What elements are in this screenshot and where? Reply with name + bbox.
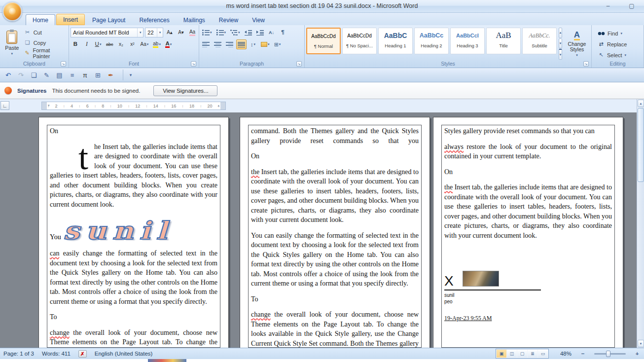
select-button[interactable]: ↖ Select ▾ [596, 50, 641, 60]
wordart-text[interactable]: sunil [63, 220, 173, 242]
tab-home[interactable]: Home [26, 14, 55, 25]
language-indicator[interactable]: English (United States) [95, 351, 153, 357]
line-spacing-button[interactable]: ↕▾ [248, 39, 258, 49]
customize-quick-access-icon[interactable]: ▾ [123, 70, 134, 80]
ruler-scale[interactable]: ▾ ▴ |2|4|6|8|10|12|14|16|18|20| [41, 102, 226, 110]
superscript-button[interactable]: x² [128, 39, 138, 49]
styles-dialog-launcher[interactable]: ↘ [583, 61, 589, 67]
align-center-button[interactable] [213, 39, 223, 49]
word-count[interactable]: Words: 411 [42, 351, 71, 357]
undo-icon[interactable]: ↶ [2, 70, 14, 80]
change-styles-button[interactable]: A Change Styles ▾ [564, 28, 590, 60]
print-layout-view-button[interactable]: ▣ [497, 350, 506, 358]
copy-button[interactable]: ❏ Copy [23, 38, 67, 47]
font-size-combo[interactable]: 22 ▾ [145, 28, 163, 37]
font-color-button[interactable]: A▾ [164, 39, 174, 49]
scroll-up-icon[interactable]: ▲ [638, 100, 644, 107]
vertical-scrollbar[interactable]: ▲ ▼ [637, 99, 644, 348]
zoom-level[interactable]: 48% [557, 351, 572, 357]
change-case-button[interactable]: Aa▾ [139, 39, 150, 49]
page-3-text-area[interactable]: Styles gallery provide reset commands so… [441, 125, 615, 348]
style-subtitle[interactable]: AaBbCc.Subtitle [522, 28, 557, 54]
clipboard-dialog-launcher[interactable]: ↘ [61, 61, 66, 67]
view-signatures-button[interactable]: View Signatures... [153, 85, 217, 96]
multilevel-list-button[interactable]: ▾ [229, 28, 242, 37]
sort-button[interactable]: A↓ [267, 28, 277, 37]
right-indent-marker[interactable]: ▴ [217, 104, 219, 108]
page-2-text-area[interactable]: command. Both the Themes gallery and the… [248, 125, 422, 348]
justify-button[interactable] [236, 39, 247, 49]
style-heading-2[interactable]: AaBbCcHeading 2 [414, 28, 449, 54]
cut-button[interactable]: ✂ Cut [23, 28, 67, 37]
subscript-button[interactable]: x₂ [116, 39, 126, 49]
increase-indent-button[interactable] [255, 28, 265, 37]
equation-icon[interactable]: π [79, 70, 91, 80]
tab-page-layout[interactable]: Page Layout [86, 15, 132, 25]
tab-references[interactable]: References [133, 15, 176, 25]
minimize-button[interactable]: – [603, 1, 613, 10]
font-name-combo[interactable]: Arial Rounded MT Bold ▾ [71, 28, 143, 37]
zoom-out-button[interactable]: − [579, 351, 586, 357]
edit-text-icon[interactable]: ✎ [41, 70, 52, 80]
style-no-spaci[interactable]: AaBbCcDd¶ No Spaci... [342, 28, 377, 54]
ink-signature-icon[interactable]: ✒ [105, 70, 116, 80]
styles-more-icon[interactable]: ▾ [559, 49, 562, 60]
tab-review[interactable]: Review [213, 15, 245, 25]
find-button[interactable]: Find ▾ [596, 29, 641, 38]
new-document-icon[interactable]: ❏ [28, 70, 39, 80]
full-screen-reading-view-button[interactable]: ◫ [507, 350, 517, 358]
show-marks-icon[interactable]: ≡ [67, 70, 78, 80]
office-button[interactable] [2, 1, 22, 21]
scroll-down-icon[interactable]: ▼ [638, 340, 644, 347]
paragraph-dialog-launcher[interactable]: ↘ [296, 61, 302, 67]
bullets-button[interactable]: ▾ [201, 28, 214, 37]
page-3[interactable]: Styles gallery provide reset commands so… [433, 117, 623, 348]
style-heading-1[interactable]: AaBbCHeading 1 [378, 28, 413, 54]
scrollbar-thumb[interactable] [638, 108, 644, 182]
draw-table-icon[interactable]: ⊞ [92, 70, 104, 80]
proofing-error-icon[interactable] [78, 350, 87, 358]
maximize-button[interactable]: ▢ [626, 1, 637, 10]
zoom-slider[interactable] [594, 353, 626, 355]
bold-button[interactable]: B [71, 39, 80, 49]
redo-icon[interactable]: ↷ [15, 70, 27, 80]
strikethrough-button[interactable]: abc [105, 39, 115, 49]
borders-button[interactable]: ⊞▾ [273, 39, 283, 49]
font-dialog-launcher[interactable]: ↘ [191, 61, 196, 67]
style-heading-3[interactable]: AaBbCcIHeading 3 [450, 28, 485, 54]
italic-button[interactable]: I [82, 39, 92, 49]
replace-button[interactable]: ⇄ Replace [596, 39, 641, 49]
web-layout-view-button[interactable]: ▢ [517, 350, 527, 358]
page-1[interactable]: Onthe Insert tab, the galleries include … [38, 117, 229, 348]
page-1-text-area[interactable]: Onthe Insert tab, the galleries include … [47, 125, 220, 348]
underline-button[interactable]: U▾ [93, 39, 103, 49]
shading-button[interactable]: ▾ [259, 39, 271, 49]
styles-scroll-up-icon[interactable]: ▴ [559, 28, 562, 38]
document-area[interactable]: Onthe Insert tab, the galleries include … [0, 112, 637, 348]
tab-mailings[interactable]: Mailings [177, 15, 212, 25]
align-left-button[interactable] [201, 39, 211, 49]
shrink-font-button[interactable]: A▾ [176, 28, 186, 37]
numbering-button[interactable]: ▾ [215, 28, 228, 37]
clear-formatting-button[interactable]: Aa [187, 28, 197, 37]
tab-selector[interactable]: ∟ [0, 101, 9, 110]
format-painter-button[interactable]: ✎ Format Painter [23, 48, 67, 58]
outline-view-button[interactable]: ≣ [528, 350, 537, 358]
tab-insert[interactable]: Insert [56, 14, 85, 25]
page-indicator[interactable]: Page: 1 of 3 [3, 351, 34, 357]
show-formatting-button[interactable]: ¶ [278, 28, 288, 37]
styles-scroll-down-icon[interactable]: ▾ [559, 38, 562, 49]
align-right-button[interactable] [224, 39, 235, 49]
style-title[interactable]: AaBTitle [486, 28, 521, 54]
tab-view[interactable]: View [246, 15, 271, 25]
text-highlight-button[interactable]: ab▾ [151, 39, 162, 49]
grow-font-button[interactable]: A▴ [165, 28, 175, 37]
draft-view-button[interactable]: ▭ [538, 350, 548, 358]
print-preview-icon[interactable]: ▤ [54, 70, 65, 80]
style-normal[interactable]: AaBbCcDd¶ Normal [306, 28, 341, 54]
zoom-slider-thumb[interactable] [606, 351, 610, 357]
page-2[interactable]: command. Both the Themes gallery and the… [240, 117, 430, 348]
zoom-in-button[interactable]: + [634, 351, 641, 357]
decrease-indent-button[interactable] [243, 28, 253, 37]
paste-button[interactable]: Paste ▾ [1, 27, 23, 60]
